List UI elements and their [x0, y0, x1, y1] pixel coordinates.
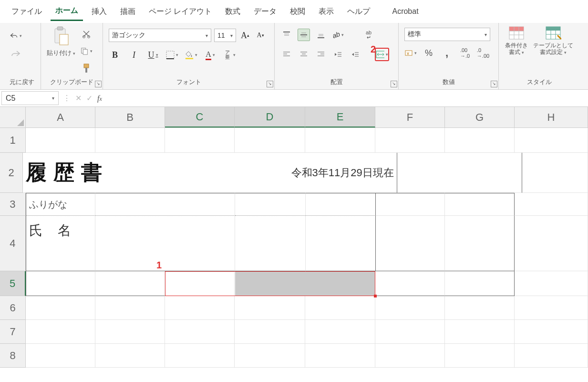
cell-C6[interactable]	[165, 296, 235, 320]
cell-B4[interactable]	[95, 216, 236, 271]
cell-G8[interactable]	[445, 344, 515, 368]
row-header-6[interactable]: 6	[0, 296, 26, 320]
tab-view[interactable]: 表示	[314, 5, 339, 21]
align-left-button[interactable]	[280, 48, 293, 61]
col-header-H[interactable]: H	[515, 107, 588, 127]
cell-F4[interactable]	[376, 216, 445, 271]
currency-button[interactable]: ¥	[404, 47, 417, 59]
col-header-C[interactable]: C	[165, 107, 235, 127]
col-header-F[interactable]: F	[375, 107, 445, 127]
cell-D7[interactable]	[235, 320, 305, 344]
row-header-1[interactable]: 1	[0, 128, 26, 153]
fbar-dropdown-icon[interactable]: ⋮	[63, 94, 71, 103]
cell-D6[interactable]	[235, 296, 305, 320]
cell-G1[interactable]	[445, 128, 515, 153]
paste-button[interactable]: 貼り付け	[45, 25, 77, 58]
col-header-B[interactable]: B	[95, 107, 165, 127]
cell-E7[interactable]	[305, 320, 375, 344]
cell-H1[interactable]	[515, 128, 588, 153]
row-header-8[interactable]: 8	[0, 344, 26, 368]
cut-button[interactable]	[80, 28, 93, 40]
tab-draw[interactable]: 描画	[115, 5, 140, 21]
orientation-button[interactable]: ab	[332, 29, 344, 41]
cell-H8[interactable]	[515, 344, 588, 368]
name-box[interactable]: C5▾	[1, 91, 59, 105]
cell-H2[interactable]	[522, 153, 588, 193]
formula-input[interactable]	[105, 90, 588, 106]
cell-D2[interactable]: 令和3年11月29日現在	[210, 153, 397, 193]
cell-B5[interactable]	[95, 271, 165, 296]
number-dialog-launcher[interactable]: ↘	[491, 81, 497, 87]
font-dialog-launcher[interactable]: ↘	[267, 81, 273, 87]
worksheet[interactable]: A B C D E F G H 1 2 履歴書 令和3年11月29日現在 3 ふ…	[0, 107, 588, 368]
selection-handle[interactable]	[374, 295, 377, 297]
select-all-corner[interactable]	[0, 107, 26, 127]
copy-button[interactable]	[80, 45, 93, 57]
cell-G6[interactable]	[445, 296, 515, 320]
cell-F8[interactable]	[375, 344, 445, 368]
col-header-G[interactable]: G	[445, 107, 515, 127]
wrap-text-button[interactable]: ab↵	[362, 29, 375, 41]
underline-button[interactable]: U	[147, 49, 159, 61]
align-middle-button[interactable]	[298, 29, 310, 41]
increase-decimal-button[interactable]: .00→.0	[459, 47, 471, 59]
cancel-formula-button[interactable]: ✕	[75, 94, 82, 103]
cell-A1[interactable]	[26, 128, 95, 153]
cell-A8[interactable]	[26, 344, 95, 368]
align-bottom-button[interactable]	[315, 29, 327, 41]
cell-D8[interactable]	[235, 344, 305, 368]
row-header-5[interactable]: 5	[0, 271, 26, 296]
number-format-select[interactable]: 標準▾	[404, 28, 490, 41]
redo-button[interactable]	[10, 48, 22, 60]
cell-A3[interactable]: ふりがな	[26, 193, 95, 216]
tab-data[interactable]: データ	[249, 5, 281, 21]
increase-indent-button[interactable]	[349, 48, 361, 61]
cell-H4[interactable]	[515, 216, 588, 271]
cell-B7[interactable]	[95, 320, 165, 344]
cell-F3[interactable]	[376, 193, 445, 216]
cell-F5[interactable]	[375, 271, 445, 296]
align-dialog-launcher[interactable]: ↘	[391, 81, 397, 87]
cell-H5[interactable]	[515, 271, 588, 296]
cell-D3[interactable]	[235, 193, 306, 216]
grow-font-button[interactable]: A▴	[239, 29, 251, 42]
align-center-button[interactable]	[298, 48, 310, 61]
cell-C7[interactable]	[165, 320, 235, 344]
cell-E8[interactable]	[305, 344, 375, 368]
bold-button[interactable]: B	[109, 49, 121, 61]
cell-C5[interactable]	[165, 271, 235, 296]
tab-insert[interactable]: 挿入	[87, 5, 112, 21]
cell-B1[interactable]	[95, 128, 165, 153]
align-right-button[interactable]	[315, 48, 327, 61]
fill-color-button[interactable]	[185, 49, 197, 61]
cell-G2[interactable]	[460, 153, 522, 193]
align-top-button[interactable]	[280, 29, 293, 41]
cell-E3[interactable]	[306, 193, 376, 216]
clipboard-dialog-launcher[interactable]: ↘	[95, 81, 102, 87]
border-button[interactable]	[166, 49, 178, 61]
cell-C1[interactable]	[165, 128, 235, 153]
tab-acrobat[interactable]: Acrobat	[387, 5, 423, 20]
cell-B3[interactable]	[95, 193, 236, 216]
row-header-7[interactable]: 7	[0, 320, 26, 344]
cell-G4[interactable]	[445, 216, 515, 271]
fx-icon[interactable]: fx	[97, 94, 102, 103]
row-header-2[interactable]: 2	[0, 153, 23, 193]
cell-E5[interactable]	[305, 271, 375, 296]
italic-button[interactable]: I	[128, 49, 140, 61]
comma-button[interactable]: ,	[441, 47, 453, 59]
cell-B6[interactable]	[95, 296, 165, 320]
cell-F7[interactable]	[375, 320, 445, 344]
font-size-select[interactable]: 11▾	[214, 29, 236, 42]
enter-formula-button[interactable]: ✓	[86, 94, 93, 103]
cell-D4[interactable]	[235, 216, 306, 271]
conditional-format-button[interactable]: 条件付き書式	[503, 25, 530, 57]
cell-A6[interactable]	[26, 296, 95, 320]
format-painter-button[interactable]	[80, 62, 93, 74]
cell-G7[interactable]	[445, 320, 515, 344]
col-header-E[interactable]: E	[305, 107, 375, 127]
tab-home[interactable]: ホーム	[51, 4, 83, 21]
decrease-indent-button[interactable]	[332, 48, 344, 61]
cell-H7[interactable]	[515, 320, 588, 344]
shrink-font-button[interactable]: A▾	[254, 29, 267, 42]
